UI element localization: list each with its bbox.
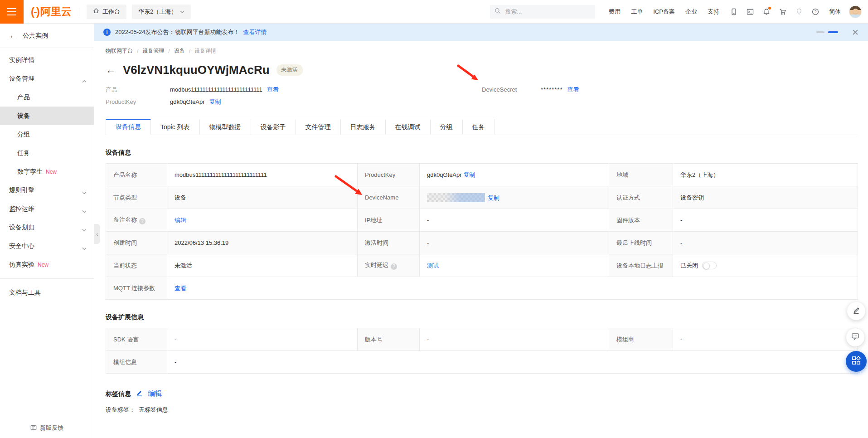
close-icon[interactable]: ✕ [852, 28, 859, 37]
sidebar-item-security-center[interactable]: 安全中心 [0, 237, 94, 255]
topbar: (-) 阿里云 工作台 华东2（上海） 费用 工单 ICP备案 企业 支持 [0, 0, 868, 24]
sidebar-item-jobs[interactable]: 任务 [0, 144, 94, 162]
table-row: MQTT 连接参数 查看 [106, 277, 858, 300]
chevron-down-icon [180, 8, 184, 15]
copy-productkey-link[interactable]: 复制 [209, 98, 221, 106]
tab-tsl-data[interactable]: 物模型数据 [200, 119, 251, 135]
hamburger-menu-button[interactable] [0, 0, 24, 24]
workbench-button[interactable]: 工作台 [87, 5, 126, 19]
global-search[interactable] [490, 5, 595, 19]
back-button[interactable]: ← [106, 65, 116, 75]
tab-online-debug[interactable]: 在线调试 [386, 119, 431, 135]
cart-icon[interactable] [779, 8, 786, 15]
tab-topic-list[interactable]: Topic 列表 [151, 119, 200, 135]
carousel-dot-active[interactable] [828, 31, 838, 33]
local-log-toggle[interactable] [702, 262, 717, 269]
tab-jobs[interactable]: 任务 [463, 119, 495, 135]
devicename-redacted-value [427, 193, 485, 202]
sidebar-item-products[interactable]: 产品 [0, 88, 94, 107]
announcement-text: 2022-05-24发布公告：物联网平台新功能发布！ [115, 28, 240, 36]
console-icon[interactable] [747, 8, 754, 15]
topbar-icons: ? [730, 8, 819, 15]
productkey-label: ProductKey [106, 98, 170, 105]
sidebar: ← 公共实例 实例详情 设备管理 产品 设备 分组 任务 数字孪生 New [0, 24, 94, 438]
sidebar-item-groups[interactable]: 分组 [0, 125, 94, 144]
module-info-value: - [175, 359, 176, 365]
tab-device-shadow[interactable]: 设备影子 [251, 119, 296, 135]
cell-label: 最后上线时间 [616, 239, 652, 246]
menu-icp[interactable]: ICP备案 [653, 8, 675, 16]
avatar[interactable] [849, 5, 862, 18]
breadcrumb-iot-platform[interactable]: 物联网平台 [106, 47, 133, 55]
chevron-down-icon [82, 207, 87, 214]
sidebar-item-docs-tools[interactable]: 文档与工具 [0, 283, 94, 302]
table-row: 模组信息 - [106, 351, 858, 374]
main-content: 物联网平台 / 设备管理 / 设备 / 设备详情 ← V6lzVN1kquuOY… [94, 41, 868, 438]
menu-billing[interactable]: 费用 [609, 8, 621, 16]
productkey-value: gdk0qGteApr [170, 98, 205, 105]
sidebar-item-rules-engine[interactable]: 规则引擎 [0, 181, 94, 200]
language-selector[interactable]: 简体 [829, 8, 841, 16]
cell-label: 产品名称 [113, 171, 137, 178]
edit-tags-link[interactable]: 编辑 [148, 389, 162, 399]
help-icon[interactable]: ? [391, 263, 397, 270]
cell-label: 节点类型 [113, 194, 137, 201]
sidebar-item-devices[interactable]: 设备 [0, 107, 94, 125]
view-mqtt-params-link[interactable]: 查看 [175, 285, 186, 292]
search-input[interactable] [504, 8, 591, 15]
breadcrumb-devices[interactable]: 设备 [174, 47, 185, 55]
cell-label: MQTT 连接参数 [113, 285, 155, 292]
latency-test-link[interactable]: 测试 [427, 262, 439, 269]
tab-file-management[interactable]: 文件管理 [296, 119, 341, 135]
edit-remark-link[interactable]: 编辑 [175, 217, 186, 224]
sidebar-item-device-assignment[interactable]: 设备划归 [0, 218, 94, 237]
device-tags-value: 无标签信息 [139, 406, 168, 414]
sidebar-item-device-management[interactable]: 设备管理 [0, 69, 94, 88]
sidebar-header: ← 公共实例 [0, 24, 94, 48]
copy-devicename-link[interactable]: 复制 [488, 195, 499, 201]
menu-tickets[interactable]: 工单 [631, 8, 643, 16]
sdk-language-value: - [175, 336, 176, 343]
region-selector[interactable]: 华东2（上海） [132, 5, 191, 19]
view-devicesecret-link[interactable]: 查看 [567, 86, 579, 94]
cell-label: 设备本地日志上报 [616, 262, 664, 269]
tab-groups[interactable]: 分组 [431, 119, 463, 135]
lightbulb-icon[interactable] [795, 8, 803, 15]
productkey-cell-value: gdk0qGteApr [427, 171, 462, 178]
apps-grid-icon [851, 355, 861, 367]
section-title-ext-info: 设备扩展信息 [106, 313, 858, 321]
view-product-link[interactable]: 查看 [267, 86, 279, 94]
cell-label: 激活时间 [365, 239, 388, 246]
node-type-value: 设备 [175, 194, 186, 201]
back-arrow-icon[interactable]: ← [9, 32, 17, 39]
sidebar-item-instance-detail[interactable]: 实例详情 [0, 51, 94, 69]
alicloud-logo[interactable]: (-) 阿里云 [31, 5, 72, 19]
floating-feedback-button[interactable] [846, 328, 864, 346]
cell-label: ProductKey [365, 171, 395, 178]
menu-enterprise[interactable]: 企业 [685, 8, 697, 16]
carousel-dot[interactable] [816, 31, 824, 33]
announcement-detail-link[interactable]: 查看详情 [243, 28, 267, 36]
sidebar-item-monitoring[interactable]: 监控运维 [0, 200, 94, 218]
tab-device-info[interactable]: 设备信息 [106, 119, 151, 135]
help-icon[interactable]: ? [139, 218, 145, 224]
devicename-label: DeviceName [365, 194, 398, 201]
menu-support[interactable]: 支持 [708, 8, 719, 16]
mobile-app-icon[interactable] [730, 8, 737, 15]
tab-log-service[interactable]: 日志服务 [341, 119, 386, 135]
help-icon[interactable]: ? [812, 8, 819, 15]
feedback-button[interactable]: 新版反馈 [0, 424, 94, 432]
breadcrumb-device-management[interactable]: 设备管理 [142, 47, 164, 55]
cell-label: IP地址 [365, 217, 382, 224]
sidebar-item-digital-twin[interactable]: 数字孪生 New [0, 162, 94, 181]
sidebar-collapse-handle[interactable]: ‹ [94, 224, 100, 244]
home-icon [93, 8, 99, 15]
copy-productkey-link[interactable]: 复制 [463, 171, 475, 178]
floating-edit-button[interactable] [847, 302, 865, 320]
cell-label: 固件版本 [616, 217, 640, 224]
sidebar-item-simulation[interactable]: 仿真实验 New [0, 255, 94, 274]
floating-apps-button[interactable] [846, 351, 867, 372]
notifications-icon[interactable] [763, 8, 770, 15]
edit-pencil-icon[interactable] [136, 389, 143, 398]
table-row: 当前状态 未激活 实时延迟? 测试 设备本地日志上报 已关闭 [106, 254, 858, 277]
